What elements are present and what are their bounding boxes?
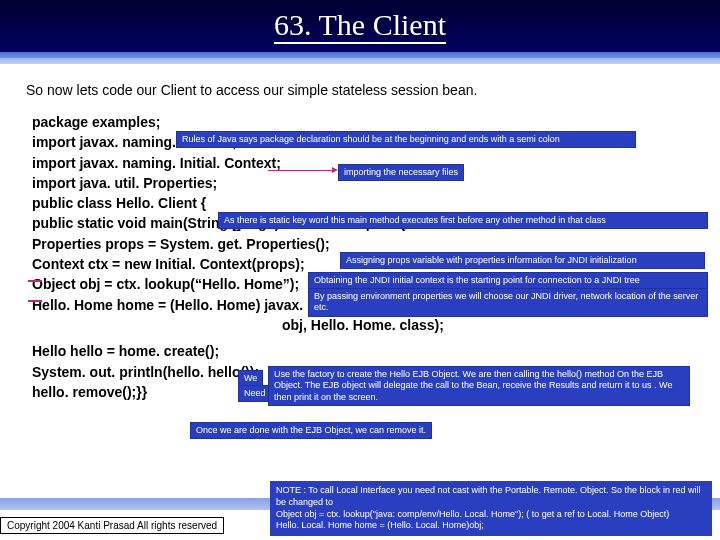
arrow-line xyxy=(28,300,42,302)
annotation-env-props: By passing environment properties we wil… xyxy=(308,288,708,317)
annotation-imports: importing the necessary files xyxy=(338,164,464,181)
footer-note: NOTE : To call Local Interface you need … xyxy=(270,481,712,536)
annotation-remove: Once we are done with the EJB Object, we… xyxy=(190,422,432,439)
slide-title: 63. The Client xyxy=(0,0,720,52)
code-line: obj, Hello. Home. class); xyxy=(32,315,696,335)
annotation-need: Need xyxy=(238,385,272,402)
code-line: Hello hello = home. create(); xyxy=(32,341,696,361)
annotation-static: As there is static key word this main me… xyxy=(218,212,708,229)
arrow-line xyxy=(28,280,42,282)
code-line: package examples; xyxy=(32,112,696,132)
annotation-factory: Use the factory to create the Hello EJB … xyxy=(268,366,690,406)
title-text: 63. The Client xyxy=(274,8,446,44)
annotation-props: Assigning props variable with properties… xyxy=(340,252,705,269)
intro-text: So now lets code our Client to access ou… xyxy=(26,82,696,98)
arrow-line xyxy=(268,170,336,171)
annotation-jndi-context: Obtaining the JNDI initial context is th… xyxy=(308,272,708,289)
code-line: public class Hello. Client { xyxy=(32,193,696,213)
arrow-head-icon xyxy=(332,167,338,173)
slide-body: So now lets code our Client to access ou… xyxy=(0,64,720,402)
annotation-package: Rules of Java says package declaration s… xyxy=(176,131,636,148)
copyright-text: Copyright 2004 Kanti Prasad All rights r… xyxy=(0,517,224,534)
